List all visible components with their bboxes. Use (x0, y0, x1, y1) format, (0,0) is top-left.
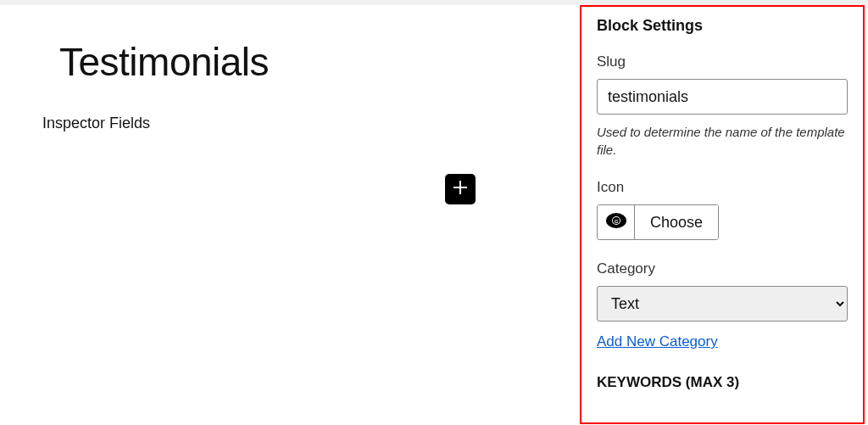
genesis-icon: G (605, 210, 627, 235)
icon-picker[interactable]: G Choose (597, 204, 719, 240)
category-select[interactable]: Text (597, 286, 848, 322)
keywords-heading: KEYWORDS (MAX 3) (597, 374, 848, 391)
slug-label: Slug (597, 53, 848, 70)
slug-description: Used to determine the name of the templa… (597, 123, 848, 159)
category-label: Category (597, 260, 848, 277)
plus-icon (452, 179, 469, 199)
svg-text:G: G (614, 219, 618, 224)
block-settings-sidebar: Block Settings Slug Used to determine th… (580, 5, 865, 424)
add-block-button[interactable] (445, 174, 476, 204)
icon-preview: G (598, 205, 635, 239)
icon-label: Icon (597, 179, 848, 196)
inspector-fields-label: Inspector Fields (42, 115, 534, 132)
sidebar-title: Block Settings (597, 17, 848, 35)
slug-field-group: Slug Used to determine the name of the t… (597, 53, 848, 159)
page-title: Testimonials (59, 39, 534, 85)
main-content: Testimonials Inspector Fields (0, 5, 576, 209)
icon-choose-button[interactable]: Choose (635, 205, 718, 239)
slug-input[interactable] (597, 79, 848, 115)
category-field-group: Category Text Add New Category (597, 260, 848, 350)
add-category-link[interactable]: Add New Category (597, 333, 718, 350)
icon-field-group: Icon G Choose (597, 179, 848, 240)
